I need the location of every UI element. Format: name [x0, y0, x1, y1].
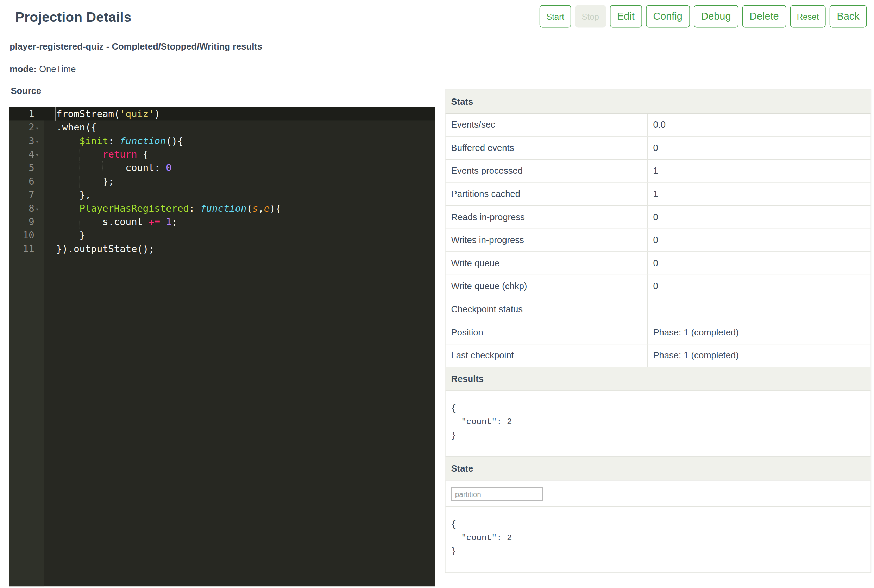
- code-line[interactable]: 9 s.count += 1;: [9, 215, 435, 228]
- partition-input[interactable]: [451, 488, 543, 501]
- stat-row-position: Position Phase: 1 (completed): [445, 321, 871, 345]
- code-line[interactable]: 3▾ $init: function(){: [9, 134, 435, 147]
- mode-label: mode:: [9, 64, 37, 74]
- stat-value: 0: [647, 143, 658, 153]
- stat-value: 0: [647, 212, 658, 222]
- stat-row-last-checkpoint: Last checkpoint Phase: 1 (completed): [445, 344, 871, 368]
- stat-row-write-queue: Write queue 0: [445, 252, 871, 275]
- indent-guide: [80, 161, 80, 174]
- stat-label: Checkpoint status: [445, 298, 648, 321]
- line-number: 7: [9, 188, 44, 201]
- stat-label: Write queue: [445, 252, 648, 274]
- code-line[interactable]: 5 count: 0: [9, 161, 435, 174]
- stat-row-checkpoint-status: Checkpoint status: [445, 298, 871, 321]
- code-line[interactable]: 1 fromStream('quiz'): [9, 107, 435, 120]
- line-number: 11: [9, 242, 44, 255]
- start-button[interactable]: Start: [540, 5, 571, 27]
- stat-label: Partitions cached: [445, 183, 648, 206]
- stat-value: 1: [647, 189, 658, 200]
- code-line[interactable]: 11 }).outputState();: [9, 242, 435, 255]
- line-number: 5: [9, 161, 44, 174]
- stat-row-buffered-events: Buffered events 0: [445, 137, 871, 160]
- line-number: 6: [9, 174, 44, 188]
- line-number: 9: [9, 215, 44, 228]
- stat-value: 0: [647, 281, 658, 291]
- code-line[interactable]: 6 };: [9, 174, 435, 188]
- mode-value: OneTime: [39, 64, 76, 74]
- stop-button: Stop: [575, 5, 606, 27]
- indent-guide: [80, 174, 80, 188]
- line-number: 4: [29, 148, 34, 160]
- projection-details-page: Projection Details Start Stop Edit Confi…: [0, 0, 874, 588]
- stat-row-events-sec: Events/sec 0.0: [445, 114, 871, 137]
- results-json-panel: { "count": 2 }: [445, 391, 871, 457]
- stats-section-header: Stats: [445, 90, 871, 114]
- line-number: 10: [9, 229, 44, 242]
- fold-arrow-icon[interactable]: ▾: [36, 122, 39, 135]
- stat-value: 0.0: [647, 120, 666, 130]
- results-section-header: Results: [445, 368, 871, 391]
- line-number: 1: [9, 107, 44, 120]
- debug-button[interactable]: Debug: [694, 5, 738, 27]
- stat-value: 1: [647, 166, 658, 176]
- text-cursor: [55, 107, 56, 121]
- details-panel: Stats Events/sec 0.0 Buffered events 0 E…: [445, 89, 871, 573]
- stat-label: Reads in-progress: [445, 206, 648, 229]
- line-number: 2: [29, 122, 34, 133]
- stat-row-events-processed: Events processed 1: [445, 160, 871, 183]
- stat-value: 0: [647, 258, 658, 268]
- indent-guide: [102, 161, 103, 174]
- page-title: Projection Details: [15, 9, 131, 26]
- partition-row: [445, 480, 871, 507]
- stat-label: Write queue (chkp): [445, 275, 648, 297]
- fold-arrow-icon[interactable]: ▾: [36, 148, 39, 162]
- stat-label: Buffered events: [445, 137, 648, 159]
- fold-arrow-icon[interactable]: ▾: [36, 135, 39, 148]
- source-code-editor[interactable]: 1 fromStream('quiz') 2▾ .when({ 3▾ $init…: [9, 107, 435, 586]
- stat-row-write-queue-chkp: Write queue (chkp) 0: [445, 275, 871, 298]
- stat-label: Position: [445, 321, 648, 344]
- mode-line: mode: OneTime: [9, 64, 76, 74]
- results-json: { "count": 2 }: [451, 402, 865, 443]
- stat-value: Phase: 1 (completed): [647, 327, 739, 338]
- stat-label: Events processed: [445, 160, 648, 182]
- edit-button[interactable]: Edit: [610, 5, 642, 27]
- code-line[interactable]: 2▾ .when({: [9, 120, 435, 134]
- stat-row-reads-in-progress: Reads in-progress 0: [445, 206, 871, 229]
- code-line[interactable]: 7 },: [9, 188, 435, 201]
- back-button[interactable]: Back: [830, 5, 867, 27]
- stat-value: Phase: 1 (completed): [647, 351, 739, 361]
- fold-arrow-icon[interactable]: ▾: [36, 202, 39, 216]
- state-json: { "count": 2 }: [451, 518, 865, 559]
- stat-label: Events/sec: [445, 114, 648, 136]
- indent-guide: [80, 147, 80, 161]
- stat-label: Writes in-progress: [445, 229, 648, 252]
- config-button[interactable]: Config: [646, 5, 690, 27]
- reset-button[interactable]: Reset: [790, 5, 826, 27]
- delete-button[interactable]: Delete: [742, 5, 786, 27]
- stat-row-partitions-cached: Partitions cached 1: [445, 183, 871, 206]
- projection-name-status: player-registered-quiz - Completed/Stopp…: [9, 42, 262, 52]
- code-line[interactable]: 4▾ return {: [9, 147, 435, 161]
- stat-value: 0: [647, 235, 658, 246]
- code-line[interactable]: 8▾ PlayerHasRegistered: function(s,e){: [9, 201, 435, 215]
- indent-guide: [80, 215, 80, 228]
- source-label: Source: [11, 86, 41, 96]
- toolbar: Start Stop Edit Config Debug Delete Rese…: [540, 5, 866, 27]
- stat-row-writes-in-progress: Writes in-progress 0: [445, 229, 871, 252]
- state-json-panel: { "count": 2 }: [445, 507, 871, 573]
- state-section-header: State: [445, 457, 871, 480]
- stat-label: Last checkpoint: [445, 344, 648, 367]
- code-line[interactable]: 10 }: [9, 229, 435, 242]
- line-number: 3: [29, 135, 34, 146]
- line-number: 8: [29, 202, 34, 214]
